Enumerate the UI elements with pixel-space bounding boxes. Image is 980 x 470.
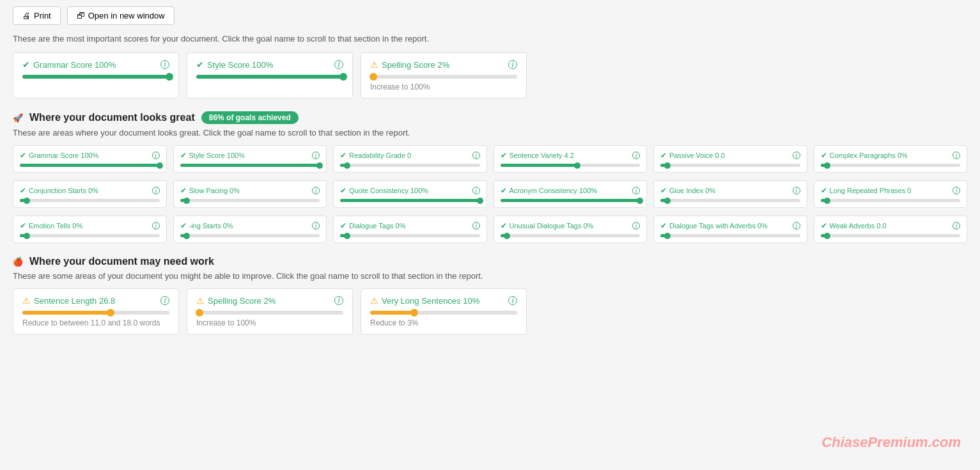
work-card: ⚠Very Long Sentences 10%iReduce to 3% xyxy=(361,288,527,334)
metric-card-2-5: ✔Weak Adverbs 0.0i xyxy=(814,215,968,243)
work-link[interactable]: Sentence Length 26.8 xyxy=(34,296,115,306)
metric-link[interactable]: Acronym Consistency 100% xyxy=(509,187,598,194)
intro-text: These are the most important scores for … xyxy=(13,34,967,43)
warn-icon: ⚠ xyxy=(370,59,378,70)
info-icon[interactable]: i xyxy=(152,222,160,230)
check-icon: ✔ xyxy=(821,221,827,230)
score-link-grammar[interactable]: Grammar Score 100% xyxy=(33,60,116,70)
metric-link[interactable]: Unusual Dialogue Tags 0% xyxy=(509,222,594,230)
info-icon[interactable]: i xyxy=(312,152,320,159)
check-icon: ✔ xyxy=(340,221,346,230)
check-icon: ✔ xyxy=(821,151,827,160)
info-icon[interactable]: i xyxy=(152,187,160,194)
metrics-row-0: ✔Grammar Score 100%i✔Style Score 100%i✔R… xyxy=(13,145,967,173)
info-icon-spelling[interactable]: i xyxy=(508,60,517,69)
info-icon[interactable]: i xyxy=(793,152,800,159)
info-icon[interactable]: i xyxy=(632,152,640,159)
info-icon[interactable]: i xyxy=(312,222,320,230)
score-card-spelling: ⚠Spelling Score 2%iIncrease to 100% xyxy=(361,52,527,98)
metric-link[interactable]: Grammar Score 100% xyxy=(29,152,98,159)
warn-icon: ⚠ xyxy=(22,295,31,306)
info-icon[interactable]: i xyxy=(312,187,320,194)
great-title: Where your document looks great xyxy=(29,112,195,123)
metrics-row-1: ✔Conjunction Starts 0%i✔Slow Pacing 0%i✔… xyxy=(13,180,967,208)
info-icon-grammar[interactable]: i xyxy=(160,60,169,69)
metric-link[interactable]: Glue Index 0% xyxy=(669,187,715,194)
work-section: 🍎 Where your document may need work Thes… xyxy=(13,256,967,334)
metric-link[interactable]: Dialogue Tags with Adverbs 0% xyxy=(669,222,768,230)
metric-card-1-0: ✔Conjunction Starts 0%i xyxy=(13,180,167,208)
sub-text-spelling: Increase to 100% xyxy=(370,82,517,91)
check-icon: ✔ xyxy=(180,151,187,160)
metrics-row-2: ✔Emotion Tells 0%i✔-ing Starts 0%i✔Dialo… xyxy=(13,215,967,243)
metric-link[interactable]: Long Repeated Phrases 0 xyxy=(830,187,912,194)
score-link-style[interactable]: Style Score 100% xyxy=(207,60,273,70)
metric-card-1-2: ✔Quote Consistency 100%i xyxy=(333,180,487,208)
metric-card-1-5: ✔Long Repeated Phrases 0i xyxy=(814,180,968,208)
metric-card-0-0: ✔Grammar Score 100%i xyxy=(13,145,167,173)
metric-link[interactable]: Dialogue Tags 0% xyxy=(349,222,405,230)
metric-card-1-4: ✔Glue Index 0%i xyxy=(653,180,807,208)
open-label: Open in new window xyxy=(88,11,165,20)
info-icon[interactable]: i xyxy=(632,222,640,230)
work-sub-text: Reduce to 3% xyxy=(370,318,517,327)
metric-card-0-2: ✔Readability Grade 0i xyxy=(333,145,487,173)
goals-badge: 86% of goals achieved xyxy=(201,111,299,124)
info-icon[interactable]: i xyxy=(953,152,960,159)
check-icon: ✔ xyxy=(180,221,187,230)
info-icon[interactable]: i xyxy=(472,152,480,159)
metric-link[interactable]: Passive Voice 0.0 xyxy=(669,152,725,159)
info-icon[interactable]: i xyxy=(793,187,800,194)
work-link[interactable]: Spelling Score 2% xyxy=(208,296,276,306)
check-icon: ✔ xyxy=(20,221,26,230)
metric-link[interactable]: Quote Consistency 100% xyxy=(349,187,428,194)
great-section-header: 🚀 Where your document looks great 86% of… xyxy=(13,111,967,124)
info-icon[interactable]: i xyxy=(152,152,160,159)
check-icon: ✔ xyxy=(180,186,187,195)
work-sub-text: Reduce to between 11.0 and 18.0 words xyxy=(22,318,169,327)
info-icon[interactable]: i xyxy=(632,187,640,194)
metric-link[interactable]: Sentence Variety 4.2 xyxy=(509,152,574,159)
info-icon[interactable]: i xyxy=(508,296,517,305)
info-icon[interactable]: i xyxy=(472,187,480,194)
check-icon: ✔ xyxy=(501,186,507,195)
warn-icon: ⚠ xyxy=(370,295,378,306)
score-card-style: ✔Style Score 100%i xyxy=(187,52,353,98)
check-icon: ✔ xyxy=(501,151,507,160)
warn-icon: ⚠ xyxy=(196,295,205,306)
open-new-window-button[interactable]: 🗗 Open in new window xyxy=(67,6,175,25)
work-link[interactable]: Very Long Sentences 10% xyxy=(382,296,479,306)
metric-link[interactable]: Emotion Tells 0% xyxy=(29,222,82,230)
metric-card-1-1: ✔Slow Pacing 0%i xyxy=(173,180,327,208)
info-icon-style[interactable]: i xyxy=(334,60,343,69)
metric-link[interactable]: Readability Grade 0 xyxy=(349,152,411,159)
info-icon[interactable]: i xyxy=(472,222,480,230)
metric-card-0-3: ✔Sentence Variety 4.2i xyxy=(494,145,648,173)
metric-card-0-5: ✔Complex Paragraphs 0%i xyxy=(814,145,968,173)
info-icon[interactable]: i xyxy=(160,296,169,305)
work-card: ⚠Spelling Score 2%iIncrease to 100% xyxy=(187,288,353,334)
score-card-grammar: ✔Grammar Score 100%i xyxy=(13,52,179,98)
metric-link[interactable]: Style Score 100% xyxy=(189,152,245,159)
check-icon: ✔ xyxy=(660,186,667,195)
print-button[interactable]: 🖨 Print xyxy=(13,6,61,25)
metric-link[interactable]: Slow Pacing 0% xyxy=(189,187,240,194)
metric-link[interactable]: -ing Starts 0% xyxy=(189,222,233,230)
metric-link[interactable]: Conjunction Starts 0% xyxy=(29,187,98,194)
score-link-spelling[interactable]: Spelling Score 2% xyxy=(382,60,449,70)
check-icon: ✔ xyxy=(20,151,26,160)
metric-card-2-2: ✔Dialogue Tags 0%i xyxy=(333,215,487,243)
work-card: ⚠Sentence Length 26.8iReduce to between … xyxy=(13,288,179,334)
info-icon[interactable]: i xyxy=(953,187,960,194)
check-icon: ✔ xyxy=(340,186,346,195)
metric-link[interactable]: Weak Adverbs 0.0 xyxy=(830,222,887,230)
metric-card-1-3: ✔Acronym Consistency 100%i xyxy=(494,180,648,208)
metrics-grid: ✔Grammar Score 100%i✔Style Score 100%i✔R… xyxy=(13,145,967,243)
check-icon: ✔ xyxy=(22,59,30,70)
info-icon[interactable]: i xyxy=(793,222,800,230)
check-icon: ✔ xyxy=(196,59,204,70)
info-icon[interactable]: i xyxy=(953,222,960,230)
info-icon[interactable]: i xyxy=(334,296,343,305)
metric-link[interactable]: Complex Paragraphs 0% xyxy=(830,152,908,159)
work-emoji: 🍎 xyxy=(13,257,23,267)
